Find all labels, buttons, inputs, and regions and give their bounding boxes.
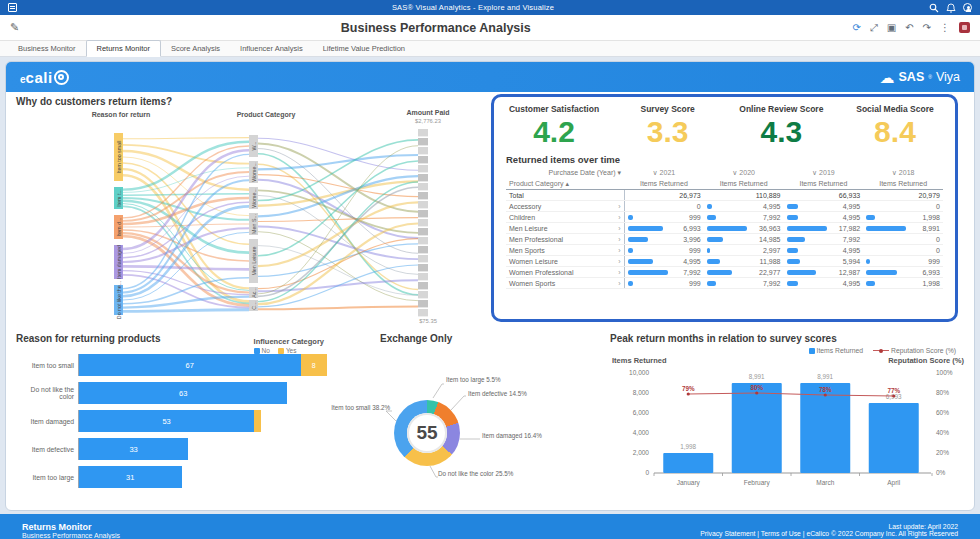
year-header[interactable]: ∨ 2020 bbox=[704, 167, 784, 178]
value-cell[interactable]: 12,987 bbox=[784, 267, 864, 278]
year-header[interactable]: ∨ 2019 bbox=[784, 167, 864, 178]
layout-icon[interactable]: ▣ bbox=[887, 23, 896, 33]
edit-pencil-icon[interactable]: ✎ bbox=[10, 21, 19, 34]
table-row[interactable]: Women Sports›9997,9924,9951,998 bbox=[506, 278, 943, 289]
value-cell[interactable]: 0 bbox=[624, 201, 704, 212]
value-cell[interactable]: 7,992 bbox=[704, 278, 784, 289]
tab-returns-monitor[interactable]: Returns Monitor bbox=[86, 40, 161, 57]
expand-icon[interactable]: ⤢ bbox=[870, 23, 878, 33]
value-cell[interactable]: 6,993 bbox=[624, 223, 704, 234]
value-cell[interactable]: 20,979 bbox=[863, 190, 943, 201]
table-row[interactable]: Accessory›04,9954,9950 bbox=[506, 201, 943, 212]
table-row[interactable]: Men Sports›9992,9974,9950 bbox=[506, 245, 943, 256]
drill-chevron-icon[interactable]: › bbox=[618, 269, 620, 276]
parallel-coordinates-chart[interactable]: Reason for returnProduct CategoryAmount … bbox=[16, 107, 486, 327]
more-icon[interactable]: ⋮ bbox=[940, 23, 950, 33]
value-cell[interactable]: 0 bbox=[863, 201, 943, 212]
svg-text:Men S...: Men S... bbox=[251, 214, 257, 234]
drill-chevron-icon[interactable]: › bbox=[618, 280, 620, 287]
footer-subtitle: Business Performance Analysis bbox=[22, 532, 120, 539]
value-cell[interactable]: 5,994 bbox=[784, 256, 864, 267]
value-cell[interactable]: 14,985 bbox=[704, 234, 784, 245]
table-row[interactable]: Total26,973110,88966,93320,979 bbox=[506, 190, 943, 201]
value-cell[interactable]: 4,995 bbox=[784, 212, 864, 223]
amount-axis-segment bbox=[418, 228, 428, 235]
footer-link[interactable]: Privacy Statement bbox=[700, 530, 755, 537]
bar-no-segment[interactable]: 31 bbox=[79, 466, 182, 488]
value-cell[interactable]: 7,992 bbox=[624, 267, 704, 278]
value-cell[interactable]: 36,963 bbox=[704, 223, 784, 234]
value-cell[interactable]: 999 bbox=[624, 245, 704, 256]
bar-yes-segment[interactable]: 8 bbox=[301, 354, 327, 376]
value-cell[interactable]: 0 bbox=[863, 234, 943, 245]
value-cell[interactable]: 6,993 bbox=[863, 267, 943, 278]
value-cell[interactable]: 17,982 bbox=[784, 223, 864, 234]
bar-yes-segment[interactable] bbox=[254, 410, 261, 432]
svg-text:100%: 100% bbox=[936, 369, 953, 376]
table-row[interactable]: Men Professional›3,99614,9857,9920 bbox=[506, 234, 943, 245]
returned-items-table[interactable]: Purchase Date (Year) ▾∨ 2021∨ 2020∨ 2019… bbox=[506, 167, 943, 295]
column-group-header[interactable]: Purchase Date (Year) ▾ bbox=[506, 167, 624, 178]
svg-text:1,998: 1,998 bbox=[680, 443, 696, 450]
tab-score-analysis[interactable]: Score Analysis bbox=[161, 41, 230, 56]
bar-no-segment[interactable]: 53 bbox=[79, 410, 254, 432]
value-cell[interactable]: 4,995 bbox=[784, 278, 864, 289]
table-row[interactable]: Men Leisure›6,99336,96317,9828,991 bbox=[506, 223, 943, 234]
value-cell[interactable]: 110,889 bbox=[704, 190, 784, 201]
value-cell[interactable]: 7,992 bbox=[784, 234, 864, 245]
notifications-icon[interactable] bbox=[946, 3, 956, 13]
value-cell[interactable]: 7,992 bbox=[704, 212, 784, 223]
bar-no-segment[interactable]: 33 bbox=[79, 438, 188, 460]
bar-no-segment[interactable]: 63 bbox=[79, 382, 287, 404]
table-row[interactable]: Women Leisure›4,99511,9885,994999 bbox=[506, 256, 943, 267]
value-cell[interactable]: 0 bbox=[863, 245, 943, 256]
user-avatar[interactable] bbox=[963, 3, 972, 12]
value-cell[interactable]: 4,995 bbox=[704, 201, 784, 212]
tab-business-monitor[interactable]: Business Monitor bbox=[8, 41, 86, 56]
year-header[interactable]: ∨ 2021 bbox=[624, 167, 704, 178]
value-cell[interactable]: 4,995 bbox=[624, 256, 704, 267]
value-cell[interactable]: 8,991 bbox=[863, 223, 943, 234]
redo-icon[interactable]: ↷ bbox=[923, 23, 931, 33]
value-cell[interactable]: 999 bbox=[624, 278, 704, 289]
peak-months-chart[interactable]: 02,0004,0006,0008,00010,0000%20%40%60%80… bbox=[610, 365, 966, 495]
table-row[interactable]: Women Professional›7,99222,97712,9876,99… bbox=[506, 267, 943, 278]
value-cell[interactable]: 2,997 bbox=[704, 245, 784, 256]
legend-item[interactable]: No bbox=[254, 347, 270, 354]
drill-chevron-icon[interactable]: › bbox=[618, 225, 620, 232]
value-cell[interactable]: 22,977 bbox=[704, 267, 784, 278]
drill-chevron-icon[interactable]: › bbox=[618, 258, 620, 265]
profile-badge[interactable] bbox=[959, 22, 970, 33]
value-cell[interactable]: 3,996 bbox=[624, 234, 704, 245]
value-cell[interactable]: 26,973 bbox=[624, 190, 704, 201]
value-cell[interactable]: 11,988 bbox=[704, 256, 784, 267]
value-cell[interactable]: 4,995 bbox=[784, 201, 864, 212]
value-cell[interactable]: 66,933 bbox=[784, 190, 864, 201]
app-menu-icon[interactable] bbox=[8, 3, 17, 12]
svg-text:4,000: 4,000 bbox=[633, 429, 650, 436]
year-header[interactable]: ∨ 2018 bbox=[863, 167, 943, 178]
drill-chevron-icon[interactable]: › bbox=[618, 203, 620, 210]
value-bar bbox=[707, 248, 710, 253]
value-cell[interactable]: 1,998 bbox=[863, 212, 943, 223]
refresh-icon[interactable]: ⟳ bbox=[852, 23, 860, 33]
value-cell[interactable]: 1,998 bbox=[863, 278, 943, 289]
value-cell[interactable]: 999 bbox=[863, 256, 943, 267]
table-row[interactable]: Children›9997,9924,9951,998 bbox=[506, 212, 943, 223]
drill-chevron-icon[interactable]: › bbox=[618, 236, 620, 243]
legend-item[interactable]: Yes bbox=[278, 347, 297, 354]
value-cell[interactable]: 999 bbox=[624, 212, 704, 223]
footer-link[interactable]: Terms of Use bbox=[761, 530, 801, 537]
bar-no-segment[interactable]: 67 bbox=[79, 354, 301, 376]
donut-callout-lines bbox=[342, 348, 602, 508]
tab-lifetime-value-prediction[interactable]: Lifetime Value Prediction bbox=[313, 41, 415, 56]
drill-chevron-icon[interactable]: › bbox=[618, 214, 620, 221]
tab-influencer-analysis[interactable]: Influencer Analysis bbox=[230, 41, 313, 56]
value-cell[interactable]: 4,995 bbox=[784, 245, 864, 256]
influencer-legend: Influencer Category NoYes bbox=[254, 337, 324, 354]
drill-chevron-icon[interactable]: › bbox=[618, 247, 620, 254]
exchange-only-donut[interactable]: 55 bbox=[394, 400, 460, 466]
undo-icon[interactable]: ↶ bbox=[905, 23, 913, 33]
search-icon[interactable] bbox=[929, 3, 939, 13]
row-group-header[interactable]: Product Category ▴ bbox=[506, 178, 624, 190]
